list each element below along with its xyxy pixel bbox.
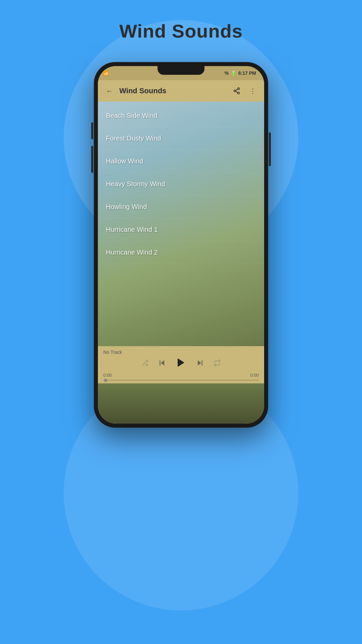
svg-line-3	[236, 91, 238, 93]
prev-button[interactable]	[158, 359, 166, 369]
battery-percent: %	[225, 70, 229, 76]
time-start: 0:00	[103, 373, 112, 378]
back-button[interactable]: ←	[103, 85, 115, 97]
svg-rect-11	[202, 360, 203, 366]
more-button[interactable]: ⋮	[247, 85, 259, 97]
prev-icon	[158, 359, 166, 367]
side-btn-vol-down	[91, 146, 93, 173]
more-icon: ⋮	[249, 87, 256, 95]
svg-marker-7	[161, 360, 164, 366]
svg-rect-8	[160, 360, 161, 366]
svg-line-4	[236, 89, 238, 91]
page-title: Wind Sounds	[119, 20, 243, 42]
svg-marker-9	[178, 358, 184, 367]
list-item[interactable]: Forest Dusty Wind	[98, 127, 264, 150]
no-track-label: No Track	[103, 350, 259, 355]
app-bar-title: Wind Sounds	[119, 87, 227, 95]
svg-marker-10	[198, 360, 201, 366]
side-btn-power	[269, 132, 271, 166]
clock: 6:17 PM	[238, 70, 256, 76]
share-icon	[233, 87, 240, 95]
status-right: % 🔋 6:17 PM	[225, 70, 256, 76]
sound-list: Beach Side Wind Forest Dusty Wind Hallow…	[98, 102, 264, 267]
status-left: 📶	[103, 71, 109, 76]
list-item[interactable]: Hallow Wind	[98, 150, 264, 173]
next-icon	[196, 359, 204, 367]
bottom-image-area	[98, 383, 264, 424]
side-btn-vol-up	[91, 122, 93, 139]
next-button[interactable]	[196, 359, 204, 369]
progress-bar[interactable]	[103, 380, 259, 381]
player-controls	[103, 357, 259, 371]
progress-dot	[104, 379, 107, 382]
time-row: 0:00 0:00	[103, 373, 259, 378]
list-item[interactable]: Heavy Stormy Wind	[98, 173, 264, 196]
list-item[interactable]: Howling Wind	[98, 196, 264, 218]
list-item[interactable]: Hurricane Wind 1	[98, 218, 264, 241]
play-icon	[175, 357, 187, 368]
shuffle-button[interactable]	[141, 359, 148, 368]
repeat-icon	[214, 359, 221, 367]
list-item[interactable]: Hurricane Wind 2	[98, 241, 264, 264]
signal-icon: 📶	[103, 71, 109, 76]
app-bar: ← Wind Sounds ⋮	[98, 80, 264, 102]
back-icon: ←	[106, 87, 113, 95]
time-end: 0:00	[250, 373, 259, 378]
phone-screen: 📶 % 🔋 6:17 PM ← Wind Sounds ⋮	[98, 66, 264, 424]
repeat-button[interactable]	[214, 359, 221, 368]
sound-list-area: Beach Side Wind Forest Dusty Wind Hallow…	[98, 102, 264, 346]
play-button[interactable]	[175, 357, 187, 371]
battery-icon: 🔋	[231, 70, 236, 76]
player-bar: No Track	[98, 346, 264, 383]
share-button[interactable]	[231, 85, 243, 97]
list-item[interactable]: Beach Side Wind	[98, 104, 264, 127]
phone-notch	[158, 66, 204, 75]
shuffle-icon	[141, 359, 148, 367]
phone-shell: 📶 % 🔋 6:17 PM ← Wind Sounds ⋮	[94, 62, 268, 428]
